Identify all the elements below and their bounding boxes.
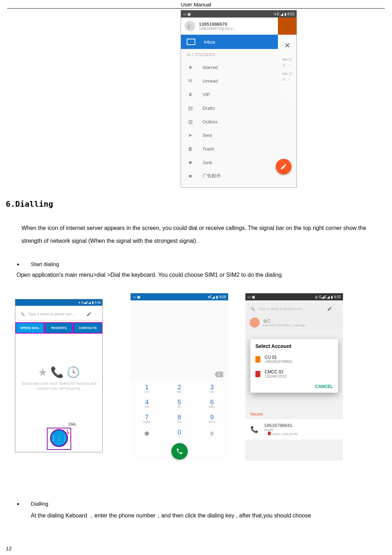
folder-label: Starred xyxy=(202,65,218,70)
folder-label: Outbox xyxy=(202,119,217,124)
phone-icon: 📞 xyxy=(50,366,64,378)
folder-item[interactable]: 🗑Trash xyxy=(181,142,297,156)
recent-call-row[interactable]: 📞 18616788841 Mobile↗CMCC 029:29 PM xyxy=(245,419,343,439)
dialpad-grid: 1Q.O2ABC3DEF4GHI5JKL6MNO7PQRS8TUV9WXYZ✱0… xyxy=(131,381,228,441)
contact-sub: ▸ ■ CMCC 02 Mobile, 2 mins ago xyxy=(263,324,305,327)
folder-item[interactable]: ▤Drafts xyxy=(181,101,297,115)
account-option-1[interactable]: CU 01+8618616788841 xyxy=(250,352,338,367)
folder-icon: ★ xyxy=(187,64,194,70)
dialpad-key[interactable]: 2ABC xyxy=(163,381,196,396)
menu-icon[interactable]: ⋮ xyxy=(94,312,97,316)
folder-item[interactable]: ▥Outbox xyxy=(181,115,297,128)
dialpad-key[interactable]: ✱ xyxy=(131,426,163,441)
avatar-icon: ◐ xyxy=(185,21,195,31)
dialpad-key[interactable]: 4GHI xyxy=(131,396,163,411)
dialpad-key[interactable]: 3DEF xyxy=(196,381,228,396)
recent-header: Recent xyxy=(250,412,263,416)
line-open-app: Open application's main menu>dial >Dial … xyxy=(16,272,386,278)
search-input[interactable]: 🔍 Type a name or phone num... 🎤 ⋮ xyxy=(248,303,341,315)
page-header-title: User Manual xyxy=(0,0,392,8)
status-left: ▭ ▣ xyxy=(183,12,191,16)
folder-label: Unread xyxy=(202,78,218,84)
mic-icon[interactable]: 🎤 xyxy=(327,307,332,311)
cancel-button[interactable]: CANCEL xyxy=(250,381,338,391)
phone-icon xyxy=(176,448,183,455)
mic-icon[interactable]: 🎤 xyxy=(87,312,91,316)
dialpad-key[interactable]: 9WXYZ xyxy=(196,411,228,426)
folder-icon: ➤ xyxy=(187,132,194,138)
dialpad-key[interactable]: 8TUV xyxy=(163,411,196,426)
tab-speed-dial[interactable]: SPEED DIAL xyxy=(15,322,44,334)
page-number: 12 xyxy=(6,545,12,551)
avatar-icon xyxy=(250,318,260,328)
dialog-title: Select Account xyxy=(250,343,338,352)
compose-fab[interactable] xyxy=(276,159,291,175)
dialpad-key[interactable]: 0+ xyxy=(163,426,196,441)
search-icon: 🔍 xyxy=(250,307,255,311)
folder-label: Drafts xyxy=(202,105,215,111)
number-display: ✕ xyxy=(131,300,228,381)
header-divider xyxy=(7,8,385,9)
screenshot-speed-dial: ▾ G◢E◢ ▮ 9:09 🔍 Type a name or phone num… xyxy=(15,299,103,452)
call-button[interactable] xyxy=(171,443,188,460)
inbox-icon xyxy=(187,39,195,45)
status-bar: ▭ ▣ ▾E◢ ▮ 9:06 xyxy=(131,293,228,300)
select-account-dialog: Select Account CU 01+8618616788841 CMCC … xyxy=(250,339,338,393)
bullet-start-dialing: Start dialing xyxy=(17,261,59,267)
screenshot-dialpad: ▭ ▣ ▾E◢ ▮ 9:06 ✕ 1Q.O2ABC3DEF4GHI5JKL6MN… xyxy=(131,293,228,461)
line-at-dialing: At the dialing Keboard ，enter the phone … xyxy=(31,512,386,520)
orange-header-strip xyxy=(278,18,297,35)
folder-icon: 🗑 xyxy=(187,146,194,152)
folder-icon: ▥ xyxy=(187,119,194,124)
folder-icon: ▤ xyxy=(187,105,194,111)
dialpad-key[interactable]: 6MNO xyxy=(196,396,228,411)
bullet-dialling: Dialling xyxy=(17,501,48,507)
backspace-icon[interactable]: ✕ xyxy=(215,372,223,377)
status-bar: ▭ ▣ ▾ E ◢ ▮ 8:53 xyxy=(181,10,297,18)
folder-item[interactable]: ➤Sent xyxy=(181,128,297,142)
folder-icon: ✉ xyxy=(187,78,194,84)
dialpad-fab[interactable]: ⋮⋮⋮ xyxy=(50,429,68,447)
status-right: ▾ E ◢ ▮ 8:53 xyxy=(274,12,294,16)
clock-icon: 🕓 xyxy=(67,366,80,378)
bullet-dot-icon xyxy=(17,264,19,265)
star-icon: ★ xyxy=(38,366,48,378)
sim1-icon xyxy=(255,356,260,363)
search-placeholder: Type a name or phone num... xyxy=(258,307,305,311)
sim2-icon xyxy=(255,371,260,377)
folder-icon: ■ xyxy=(187,173,194,179)
folder-label: Junk xyxy=(202,160,212,165)
empty-message: Speed dial is one touch dialing for favo… xyxy=(15,381,102,391)
bullet-dot-icon xyxy=(17,503,19,505)
inbox-label: Inbox xyxy=(204,39,215,45)
folder-label: Sent xyxy=(202,133,212,138)
account-option-2[interactable]: CMCC 0213524672610 xyxy=(250,367,338,381)
folder-icon: ■ xyxy=(187,159,194,165)
speed-dial-empty: ★📞🕓 Speed dial is one touch dialing for … xyxy=(15,334,102,423)
folder-label: Trash xyxy=(202,146,214,152)
folder-icon: ♛ xyxy=(187,92,194,97)
search-input[interactable]: 🔍 Type a name or phone num... 🎤 ⋮ xyxy=(18,308,100,320)
tab-recents[interactable]: RECENTS xyxy=(44,322,73,334)
menu-icon[interactable]: ⋮ xyxy=(334,307,338,311)
dialpad-icon: ⋮⋮⋮ xyxy=(50,435,68,442)
dialpad-key[interactable]: 1Q.O xyxy=(131,381,163,396)
recent-sub: Mobile↗CMCC 029:29 PM xyxy=(264,428,298,436)
tab-row: SPEED DIAL RECENTS CONTACTS xyxy=(15,322,102,334)
screenshot-email-folders: ▭ ▣ ▾ E ◢ ▮ 8:53 ◐ 13951988670 139519886… xyxy=(181,10,297,188)
account-name: 13951988670 xyxy=(199,21,236,27)
pencil-icon xyxy=(280,163,287,170)
dial-annotation: DIAL xyxy=(69,422,77,426)
search-placeholder: Type a name or phone num... xyxy=(28,312,75,316)
status-bar: ▾ G◢E◢ ▮ 9:09 xyxy=(15,299,102,306)
recent-number: 18616788841 xyxy=(264,423,298,428)
dialpad-key[interactable]: 5JKL xyxy=(163,396,196,411)
close-icon[interactable]: ✕ xyxy=(278,41,297,50)
folder-label: 广告邮件 xyxy=(202,173,221,179)
contact-row[interactable]: 自己 ▸ ■ CMCC 02 Mobile, 2 mins ago xyxy=(245,315,343,330)
dialpad-key[interactable]: # xyxy=(196,426,228,441)
search-icon: 🔍 xyxy=(20,312,25,316)
tab-contacts[interactable]: CONTACTS xyxy=(73,322,102,334)
dialpad-key[interactable]: 7PQRS xyxy=(131,411,163,426)
background-peek: ✕ Mar 17 5... ☆ Mar 17 5... ☆ xyxy=(278,35,297,99)
